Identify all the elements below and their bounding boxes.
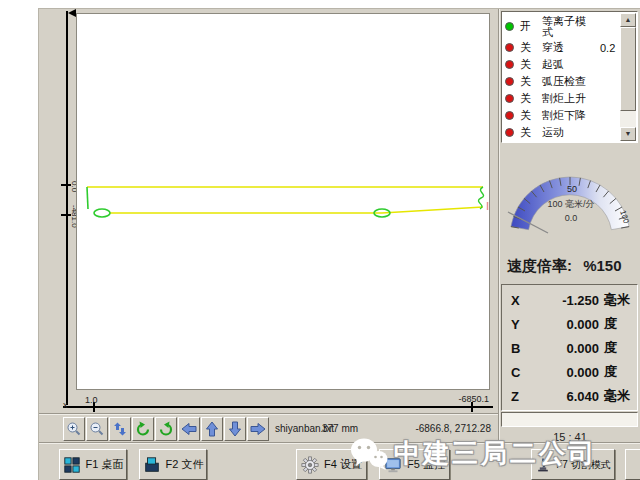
view-toolbar: shiyanban.txt 377 mm -6866.8, 2712.28 [39, 413, 498, 442]
status-label: 弧压检查 [542, 76, 592, 87]
zoom-out-icon [89, 421, 105, 437]
right-panel: 开 等离子模式 关 穿透 0.2 关 起弧 [498, 9, 640, 442]
zoom-out-button[interactable] [86, 417, 108, 441]
status-label: 割炬下降 [542, 110, 592, 121]
led-off-icon [505, 60, 514, 69]
axis-unit: 毫米 [599, 291, 637, 309]
status-row-motion: 关 运动 [502, 124, 620, 141]
status-row-arc-voltage-check: 关 弧压检查 [502, 73, 620, 90]
x-axis-line [63, 406, 493, 408]
coordinate-readout: X -1.250 毫米 Y 0.000 度 B 0.000 度 C 0.000 … [501, 284, 638, 411]
y-axis-line [66, 11, 68, 405]
file-icon [143, 456, 161, 474]
f7-cut-mode-button[interactable]: F7 切割模式 [531, 449, 615, 480]
speed-override-label: 速度倍率: [507, 257, 572, 274]
monitor-icon [384, 456, 402, 474]
status-label: 割炬上升 [542, 93, 592, 104]
axis-value: 6.040 [526, 389, 599, 404]
length-text: 377 mm [322, 423, 358, 434]
scroll-up-icon: ▲ [625, 16, 632, 23]
rotate-cw-button[interactable] [155, 417, 177, 441]
led-on-icon [505, 22, 514, 31]
coord-row-y: Y 0.000 度 [502, 312, 637, 336]
led-off-icon [505, 43, 514, 52]
axis-unit: 度 [599, 363, 637, 381]
axis-value: 0.000 [526, 341, 599, 356]
refresh-icon [112, 421, 128, 437]
coord-row-c: C 0.000 度 [502, 360, 637, 384]
axis-name: C [502, 365, 526, 380]
machine-control-window: 0.0 -481.0 1.0 x -6850.1 [38, 8, 640, 480]
status-state: 关 [520, 74, 542, 89]
toolpath-drawing [77, 14, 489, 389]
lead-in-circle-left [94, 209, 110, 217]
gauge-mid-label: 50 [567, 184, 577, 194]
f4-settings-button[interactable]: F4 设置 [296, 449, 367, 480]
x-axis-name: x [63, 400, 68, 410]
f2-file-button[interactable]: F2 文件 [139, 449, 207, 480]
gauge-unit-label: 100 毫米/分 [547, 199, 594, 209]
arrow-right-icon [250, 421, 266, 437]
axis-unit: 度 [599, 315, 637, 333]
desktop-icon [63, 456, 81, 474]
status-row-pierce: 关 穿透 0.2 [502, 39, 620, 56]
status-state: 关 [520, 125, 542, 140]
zoom-in-button[interactable] [63, 417, 85, 441]
status-row-torch-up: 关 割炬上升 [502, 90, 620, 107]
led-off-icon [505, 111, 514, 120]
toolpath-left-edge [87, 187, 88, 209]
axis-name: X [502, 293, 526, 308]
scroll-up-button[interactable]: ▲ [620, 13, 636, 27]
status-label: 等离子模式 [542, 16, 592, 38]
rotate-ccw-button[interactable] [132, 417, 154, 441]
f5-label: F5 监控 [407, 457, 445, 472]
arrow-up-icon [204, 421, 220, 437]
status-state: 开 [520, 19, 542, 34]
pan-left-button[interactable] [178, 417, 200, 441]
status-row-plasma-mode: 开 等离子模式 [502, 14, 620, 39]
status-state: 关 [520, 108, 542, 123]
status-value: 0.2 [600, 42, 615, 54]
led-off-icon [505, 77, 514, 86]
arrow-left-icon [181, 421, 197, 437]
status-scrollbar[interactable]: ▲ ▼ [620, 13, 636, 141]
rotate-cw-icon [158, 421, 174, 437]
status-row-torch-down: 关 割炬下降 [502, 107, 620, 124]
f5-monitor-button[interactable]: F5 监控 [379, 449, 450, 480]
f1-desktop-button[interactable]: F1 桌面 [59, 449, 127, 480]
status-state: 关 [520, 91, 542, 106]
toolpath-bottom-edge [110, 207, 483, 213]
y-axis-arrow-icon [68, 9, 76, 17]
f2-label: F2 文件 [166, 457, 204, 472]
pan-up-button[interactable] [201, 417, 223, 441]
axis-value: 0.000 [526, 317, 599, 332]
coord-row-z: Z 6.040 毫米 [502, 384, 637, 408]
message-box [501, 412, 638, 427]
axis-value: 0.000 [526, 365, 599, 380]
scroll-thumb[interactable] [620, 27, 636, 111]
status-state: 关 [520, 57, 542, 72]
f7-label: F7 切割模式 [556, 458, 610, 472]
f8-partial-button[interactable] [625, 449, 640, 480]
refresh-button[interactable] [109, 417, 131, 441]
axis-unit: 度 [599, 339, 637, 357]
x-scale-label: 1.0 [85, 395, 98, 405]
speed-override-value: %150 [583, 257, 621, 274]
function-key-bar: F1 桌面 F2 文件 F4 设置 [39, 442, 640, 480]
position-text: -6866.8, 2712.28 [369, 423, 491, 434]
pan-down-button[interactable] [224, 417, 246, 441]
pan-right-button[interactable] [247, 417, 269, 441]
coord-row-b: B 0.000 度 [502, 336, 637, 360]
scroll-down-button[interactable]: ▼ [620, 127, 636, 141]
axis-unit: 毫米 [599, 387, 637, 405]
x-right-label: -6850.1 [429, 394, 489, 404]
speed-gauge: 50 100 100 毫米/分 0.0 [502, 151, 638, 251]
status-label: 穿透 [542, 42, 592, 53]
rotate-ccw-icon [135, 421, 151, 437]
status-label: 起弧 [542, 59, 592, 70]
axis-name: Z [502, 389, 526, 404]
scroll-down-icon: ▼ [625, 130, 632, 137]
axis-name: Y [502, 317, 526, 332]
axis-value: -1.250 [526, 293, 599, 308]
status-state: 关 [520, 40, 542, 55]
